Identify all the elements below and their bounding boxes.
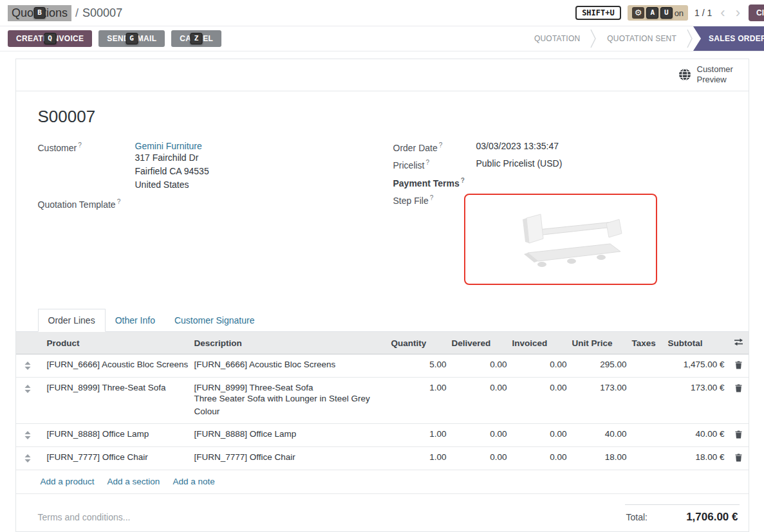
- order-line-row[interactable]: [FURN_8999] Three-Seat Sofa [FURN_8999] …: [16, 378, 749, 423]
- description-cell[interactable]: [FURN_8888] Office Lamp: [192, 423, 389, 446]
- taxes-cell[interactable]: [629, 354, 666, 378]
- sheet-bottom: Terms and conditions... Total: 1,706.00 …: [16, 494, 749, 532]
- column-header-unit-price[interactable]: Unit Price: [570, 332, 629, 354]
- quantity-cell[interactable]: 1.00: [389, 378, 449, 423]
- trash-icon: [734, 383, 743, 392]
- optional-columns-header: [727, 332, 749, 354]
- order-date-field-value[interactable]: 03/03/2023 13:35:47: [476, 141, 559, 151]
- breadcrumb-separator: /: [75, 6, 79, 20]
- taxes-cell[interactable]: [629, 423, 666, 446]
- invoiced-cell[interactable]: 0.00: [510, 423, 570, 446]
- statusbar: QUOTATION QUOTATION SENT SALES ORDER: [524, 26, 764, 51]
- drag-handle[interactable]: [16, 378, 39, 423]
- breadcrumb-current: S00007: [82, 6, 122, 20]
- totals-box: Total: 1,706.00 €: [625, 504, 740, 532]
- invoiced-cell[interactable]: 0.00: [510, 446, 570, 470]
- field-payment-terms: Payment Terms?: [393, 176, 727, 188]
- order-line-row[interactable]: [FURN_8888] Office Lamp [FURN_8888] Offi…: [16, 423, 749, 446]
- invoiced-cell[interactable]: 0.00: [510, 378, 570, 423]
- quantity-cell[interactable]: 1.00: [389, 446, 449, 470]
- help-icon: ?: [78, 142, 82, 149]
- column-header-product[interactable]: Product: [39, 332, 192, 354]
- taxes-cell[interactable]: [629, 446, 666, 470]
- delete-line-button[interactable]: [727, 446, 749, 470]
- description-cell[interactable]: [FURN_8999] Three-Seat Sofa Three Seater…: [192, 378, 389, 423]
- taxes-cell[interactable]: [629, 378, 666, 423]
- statusbar-step-quotation-sent[interactable]: QUOTATION SENT: [597, 34, 687, 43]
- breadcrumb: Quotations B / S00007: [8, 5, 122, 21]
- tab-order-lines[interactable]: Order Lines: [38, 309, 106, 332]
- pager-next-button[interactable]: ›: [734, 6, 742, 19]
- customer-address-line: 317 Fairchild Dr: [135, 151, 209, 165]
- unit-price-cell[interactable]: 40.00: [570, 423, 629, 446]
- page-title: S00007: [38, 107, 727, 127]
- order-line-row[interactable]: [FURN_7777] Office Chair [FURN_7777] Off…: [16, 446, 749, 470]
- column-header-subtotal[interactable]: Subtotal: [666, 332, 727, 354]
- field-order-date: Order Date? 03/03/2023 13:35:47: [393, 141, 727, 153]
- unit-price-cell[interactable]: 18.00: [570, 446, 629, 470]
- column-header-taxes[interactable]: Taxes: [629, 332, 666, 354]
- column-header-quantity[interactable]: Quantity: [389, 332, 449, 354]
- subtotal-cell: 173.00 €: [666, 378, 727, 423]
- total-label: Total:: [626, 512, 648, 522]
- product-cell[interactable]: [FURN_7777] Office Chair: [39, 446, 192, 470]
- customer-preview-button[interactable]: Customer Preview: [678, 64, 738, 86]
- handle-column-header: [16, 332, 39, 354]
- drag-handle-icon: [24, 385, 31, 393]
- delivered-cell[interactable]: 0.00: [449, 446, 510, 470]
- tab-other-info[interactable]: Other Info: [106, 309, 165, 331]
- pager-counter[interactable]: 1 / 1: [694, 8, 712, 18]
- top-right-partial-button[interactable]: Cl: [749, 5, 764, 21]
- statusbar-step-sales-order[interactable]: SALES ORDER: [693, 26, 764, 51]
- column-header-invoiced[interactable]: Invoiced: [510, 332, 570, 354]
- notebook-tabs: Order Lines Other Info Customer Signatur…: [16, 309, 749, 332]
- terms-and-conditions-input[interactable]: Terms and conditions...: [38, 504, 131, 532]
- statusbar-separator-icon: [687, 28, 693, 50]
- field-column-left: Customer? Gemini Furniture 317 Fairchild…: [38, 141, 383, 291]
- pricelist-field-value[interactable]: Public Pricelist (USD): [476, 158, 563, 169]
- quantity-cell[interactable]: 1.00: [389, 423, 449, 446]
- optional-columns-icon[interactable]: [734, 338, 743, 346]
- step-file-field-label: Step File?: [393, 194, 464, 206]
- add-section-link[interactable]: Add a section: [107, 477, 160, 486]
- create-invoice-button[interactable]: CREATE INVOICE Q: [8, 30, 92, 47]
- product-cell[interactable]: [FURN_8999] Three-Seat Sofa: [39, 378, 192, 423]
- tab-customer-signature[interactable]: Customer Signature: [165, 309, 265, 331]
- field-step-file: Step File?: [393, 194, 727, 285]
- description-cell[interactable]: [FURN_7777] Office Chair: [192, 446, 389, 470]
- pager-previous-button[interactable]: ‹: [718, 6, 727, 19]
- delivered-cell[interactable]: 0.00: [449, 378, 510, 423]
- delete-line-button[interactable]: [727, 378, 749, 423]
- drag-handle[interactable]: [16, 354, 39, 378]
- drag-handle[interactable]: [16, 423, 39, 446]
- delete-line-button[interactable]: [727, 354, 749, 378]
- product-cell[interactable]: [FURN_6666] Acoustic Bloc Screens: [39, 354, 192, 378]
- product-cell[interactable]: [FURN_8888] Office Lamp: [39, 423, 192, 446]
- unit-price-cell[interactable]: 295.00: [570, 354, 629, 378]
- add-note-link[interactable]: Add a note: [172, 477, 214, 486]
- delivered-cell[interactable]: 0.00: [449, 354, 510, 378]
- column-header-delivered[interactable]: Delivered: [449, 332, 510, 354]
- order-line-row[interactable]: [FURN_6666] Acoustic Bloc Screens [FURN_…: [16, 354, 749, 378]
- drag-handle[interactable]: [16, 446, 39, 470]
- field-quotation-template: Quotation Template?: [38, 197, 383, 210]
- send-email-button[interactable]: SEND EMAIL G: [98, 30, 165, 47]
- unit-price-cell[interactable]: 173.00: [570, 378, 629, 423]
- step-file-image[interactable]: [464, 194, 657, 285]
- quantity-cell[interactable]: 5.00: [389, 354, 449, 378]
- delivered-cell[interactable]: 0.00: [449, 423, 510, 446]
- step-file-3d-render: [487, 204, 635, 275]
- statusbar-step-quotation[interactable]: QUOTATION: [524, 34, 590, 43]
- delete-line-button[interactable]: [727, 423, 749, 446]
- breadcrumb-parent-link[interactable]: Quotations B: [8, 5, 71, 21]
- customer-link[interactable]: Gemini Furniture: [135, 141, 202, 151]
- invoiced-cell[interactable]: 0.00: [510, 354, 570, 378]
- help-icon: ?: [439, 142, 443, 149]
- add-product-link[interactable]: Add a product: [41, 477, 95, 486]
- drag-handle-icon: [24, 454, 31, 463]
- hotkey-badge-action-2: U: [660, 7, 673, 19]
- column-header-description[interactable]: Description: [192, 332, 389, 354]
- cancel-button[interactable]: CANCEL Z: [171, 30, 221, 47]
- description-cell[interactable]: [FURN_6666] Acoustic Bloc Screens: [192, 354, 389, 378]
- action-menu-button[interactable]: ⚙ A U on: [628, 5, 688, 21]
